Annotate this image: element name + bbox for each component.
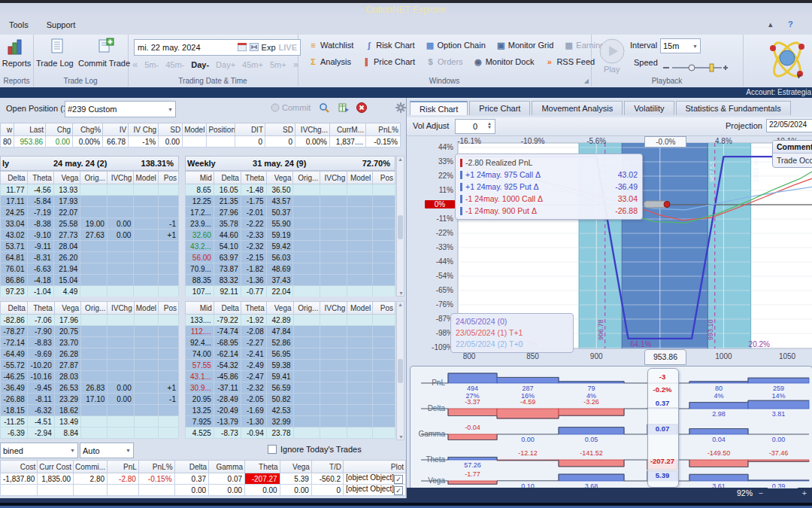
column-header[interactable]: w: [1, 123, 14, 136]
column-header[interactable]: CurrM...: [330, 123, 366, 136]
column-header[interactable]: IV Chg: [129, 123, 159, 136]
tab-statistics-fundamentals[interactable]: Statistics & Fundamentals: [676, 101, 791, 115]
column-header[interactable]: Chg%: [73, 123, 103, 136]
column-header[interactable]: Mid: [186, 302, 214, 315]
trading-date-value[interactable]: mi. 22 may. 2024: [138, 43, 201, 52]
table-row[interactable]: -72.14-8.8323.70: [1, 337, 179, 348]
table-row[interactable]: 13.25-20.49-1.6942.53: [186, 405, 395, 416]
table-row[interactable]: 24.25-7.1922.07: [1, 207, 179, 218]
column-header[interactable]: T/D: [311, 461, 343, 473]
help-icon[interactable]: ?: [788, 20, 793, 29]
column-header[interactable]: Theta: [241, 302, 266, 315]
commit-trade-icon[interactable]: [97, 38, 115, 57]
expiration-header[interactable]: Weekly31 may. 24 (9)72.70%: [185, 156, 395, 171]
column-header[interactable]: Pos: [373, 172, 395, 184]
time-step-45m-[interactable]: 45m-: [165, 60, 184, 69]
ignore-trades-checkbox[interactable]: Ignore Today's Trades: [268, 445, 362, 454]
checkbox-icon[interactable]: [268, 445, 277, 454]
table-row[interactable]: 20.95-28.49-2.0550.82: [186, 394, 395, 405]
column-header[interactable]: Model: [347, 302, 373, 315]
column-header[interactable]: IVChg: [107, 172, 134, 184]
column-header[interactable]: Orig...: [293, 172, 320, 184]
column-header[interactable]: Theta: [27, 172, 53, 184]
table-row[interactable]: 86.86-4.1815.04: [1, 275, 179, 286]
table-row[interactable]: 92.4...-68.95-2.2752.86: [186, 337, 395, 348]
window-button-option-chain[interactable]: ▦Option Chain: [426, 41, 486, 50]
column-header[interactable]: Plot: [344, 461, 406, 473]
table-row[interactable]: 12.2521.35-1.7543.57: [186, 196, 395, 207]
column-header[interactable]: Mid: [186, 172, 214, 184]
table-row[interactable]: 56.0063.97-2.1556.03: [186, 252, 395, 263]
table-row[interactable]: 97.23-1.044.49: [1, 286, 179, 297]
export-icon[interactable]: [338, 102, 349, 115]
projection-date-input[interactable]: 22/05/2024: [766, 119, 812, 132]
table-row[interactable]: 000.00%1,837....-0.15%: [235, 136, 401, 148]
table-row[interactable]: -11.25-4.5113.49: [1, 416, 179, 427]
column-header[interactable]: Delta: [214, 302, 241, 315]
column-header[interactable]: PnL%: [366, 123, 401, 136]
column-header[interactable]: Gamma: [209, 461, 245, 473]
chevron-left-icon[interactable]: «: [132, 59, 138, 70]
column-header[interactable]: SD: [265, 123, 295, 136]
table-row[interactable]: 23.9...35.78-2.2255.90: [186, 218, 395, 230]
tab-movement-analysis[interactable]: Movement Analysis: [532, 101, 623, 115]
column-header[interactable]: Delta: [174, 461, 209, 473]
table-row[interactable]: 76.01-6.6321.94: [1, 263, 179, 275]
column-header[interactable]: IVChg: [320, 302, 347, 315]
column-header[interactable]: Commi...: [74, 461, 108, 473]
table-row[interactable]: 88.3583.32-1.3637.43: [186, 275, 395, 286]
time-step-5m+[interactable]: 5m+: [270, 60, 286, 69]
table-row[interactable]: 107...92.11-0.7722.04: [186, 286, 395, 297]
table-row[interactable]: -46.25-10.1628.03: [1, 371, 179, 382]
gear-icon[interactable]: [395, 102, 406, 115]
table-row[interactable]: 17.2...27.96-2.0150.37: [186, 207, 395, 218]
table-row[interactable]: -26.88-8.1123.2917.100.00-1: [1, 394, 179, 405]
time-step-45m+[interactable]: 45m+: [242, 60, 263, 69]
tab-volatility[interactable]: Volatility: [624, 101, 674, 115]
column-header[interactable]: Pos: [373, 302, 395, 315]
plot-checkbox[interactable]: ✓: [394, 475, 403, 484]
column-header[interactable]: IVChg: [320, 172, 347, 184]
reports-button-label[interactable]: Reports: [0, 59, 33, 68]
column-header[interactable]: Last: [14, 123, 46, 136]
table-row[interactable]: -1,837.801,835.002.80-2.80-0.15%0.370.07…: [1, 473, 406, 485]
table-row[interactable]: 32.6044.60-2.3359.19: [186, 230, 395, 241]
combined-select[interactable]: bined ▼: [0, 443, 78, 458]
column-header[interactable]: Vega: [53, 172, 80, 184]
zoom-out-icon[interactable]: −: [759, 488, 763, 498]
table-row[interactable]: 64.81-8.3126.20: [1, 252, 179, 263]
column-header[interactable]: IV: [103, 123, 129, 136]
table-row[interactable]: 80953.860.000.00%66.78-1%0.00: [1, 136, 238, 148]
table-row[interactable]: 43.1...-45.86-2.4759.41: [186, 371, 395, 382]
table-row[interactable]: 30.9...-37.11-2.3256.59: [186, 382, 395, 394]
column-header[interactable]: Theta: [27, 302, 54, 315]
window-button-analysis[interactable]: ΣAnalysis: [308, 57, 351, 66]
window-button-risk-chart[interactable]: ∫Risk Chart: [364, 41, 414, 50]
table-row[interactable]: 17.11-5.8417.93: [1, 196, 179, 207]
column-header[interactable]: Orig...: [80, 172, 108, 184]
option-table-scrollbar-2[interactable]: ▲ ▼: [396, 301, 404, 440]
column-header[interactable]: Position: [207, 123, 238, 136]
table-row[interactable]: -78.27-7.9020.75: [1, 326, 179, 337]
table-row[interactable]: 7.925-13.79-1.3032.99: [186, 416, 395, 427]
table-row[interactable]: -6.39-2.948.84: [1, 427, 179, 439]
window-button-watchlist[interactable]: ≡Watchlist: [308, 41, 353, 50]
expiration-header[interactable]: ly24 may. 24 (2)138.31%: [0, 156, 179, 171]
column-header[interactable]: SD: [159, 123, 183, 136]
column-header[interactable]: Model: [347, 172, 373, 184]
column-header[interactable]: Orig...: [81, 302, 108, 315]
option-table-scrollbar[interactable]: ▲ ▼: [396, 156, 404, 297]
speed-slider[interactable]: [663, 63, 728, 74]
column-header[interactable]: Curr Cost: [38, 461, 74, 473]
strategy-select[interactable]: #239 Custom ▼: [65, 101, 176, 117]
reports-button[interactable]: [7, 39, 23, 57]
plot-checkbox[interactable]: ✓: [394, 486, 403, 495]
zoom-slider[interactable]: [768, 488, 798, 488]
tab-price-chart[interactable]: Price Chart: [469, 101, 530, 115]
interval-select[interactable]: 15m ▼: [660, 38, 701, 53]
time-step-Day-[interactable]: Day-: [191, 60, 209, 69]
column-header[interactable]: Chg: [46, 123, 73, 136]
column-header[interactable]: Theta: [241, 172, 266, 184]
time-step-5m-[interactable]: 5m-: [144, 60, 159, 69]
trade-log-icon[interactable]: [50, 38, 65, 57]
